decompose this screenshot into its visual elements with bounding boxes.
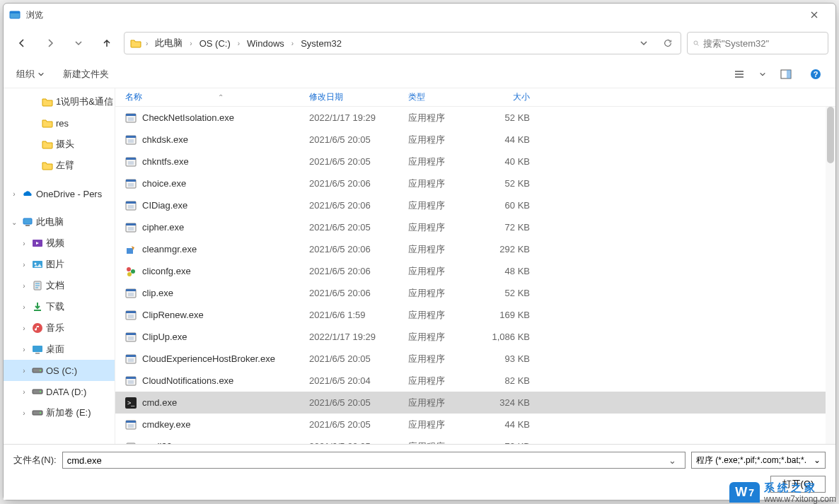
new-folder-button[interactable]: 新建文件夹 [60, 65, 112, 83]
forward-button[interactable] [39, 32, 62, 54]
file-row[interactable]: CIDiag.exe2021/6/5 20:06应用程序60 KB [115, 194, 835, 216]
file-name: ClipUp.exe [142, 332, 187, 342]
nav-item[interactable]: ›下载 [4, 296, 115, 317]
file-row[interactable]: cmdl32.exe2021/6/5 20:05应用程序72 KB [115, 435, 835, 444]
help-button[interactable]: ? [806, 64, 826, 84]
filename-combobox[interactable]: ⌄ [62, 452, 685, 469]
nav-item[interactable]: ›图片 [4, 254, 115, 275]
file-row[interactable]: chkdsk.exe2021/6/5 20:05应用程序44 KB [115, 129, 835, 151]
chevron-down-icon[interactable] [759, 71, 766, 78]
search-input[interactable] [703, 38, 822, 49]
file-row[interactable]: cipher.exe2021/6/5 20:05应用程序72 KB [115, 216, 835, 238]
file-list[interactable]: CheckNetIsolation.exe2022/1/17 19:29应用程序… [115, 107, 835, 444]
expand-icon[interactable]: › [19, 346, 29, 353]
view-options-button[interactable] [729, 64, 749, 84]
file-size: 60 KB [483, 200, 540, 211]
preview-pane-button[interactable] [776, 64, 796, 84]
expand-icon[interactable]: › [19, 388, 29, 396]
file-type-filter[interactable]: 程序 (*.exe;*.pif;*.com;*.bat;*. ⌄ [691, 452, 826, 469]
file-size: 82 KB [483, 375, 540, 386]
file-row[interactable]: cmdkey.exe2021/6/5 20:05应用程序44 KB [115, 414, 835, 435]
svg-rect-63 [128, 424, 134, 428]
list-view-icon [734, 69, 745, 80]
file-row[interactable]: CloudNotifications.exe2021/6/5 20:04应用程序… [115, 370, 835, 392]
file-icon [125, 178, 137, 189]
file-row[interactable]: chkntfs.exe2021/6/5 20:05应用程序40 KB [115, 151, 835, 172]
file-size: 324 KB [483, 397, 540, 408]
navigation-pane[interactable]: 1说明书&通信res摄头左臂›OneDrive - Pers⌄此电脑›视频›图片… [4, 88, 115, 444]
nav-item[interactable]: ›音乐 [4, 317, 115, 339]
file-date: 2021/6/5 20:06 [299, 200, 398, 211]
breadcrumb-item[interactable]: System32 [298, 37, 345, 50]
expand-icon[interactable]: › [9, 190, 19, 198]
file-row[interactable]: clip.exe2021/6/5 20:06应用程序52 KB [115, 282, 835, 304]
svg-rect-40 [127, 248, 133, 254]
breadcrumb-item[interactable]: Windows [244, 37, 287, 50]
column-name[interactable]: 名称⌃ [115, 91, 299, 103]
expand-icon[interactable]: › [19, 367, 29, 375]
address-dropdown[interactable] [634, 33, 654, 53]
column-size[interactable]: 大小 [483, 91, 540, 103]
nav-item[interactable]: ›桌面 [4, 339, 115, 360]
file-name: cmdl32.exe [142, 441, 189, 444]
file-date: 2022/1/17 19:29 [299, 332, 398, 342]
svg-rect-23 [126, 114, 136, 116]
column-type[interactable]: 类型 [398, 91, 483, 103]
file-type: 应用程序 [398, 331, 483, 344]
expand-icon[interactable]: › [19, 240, 29, 247]
file-icon: >_ [125, 397, 137, 409]
file-name: cleanmgr.exe [142, 244, 197, 254]
nav-item[interactable]: res [4, 112, 115, 134]
breadcrumb-item[interactable]: OS (C:) [197, 37, 233, 50]
nav-item[interactable]: 左臂 [4, 155, 115, 176]
nav-item[interactable]: ⌄此电脑 [4, 211, 115, 233]
organize-menu[interactable]: 组织 [13, 65, 47, 83]
file-icon [125, 288, 137, 299]
nav-item[interactable]: ›DATA (D:) [4, 381, 115, 402]
expand-icon[interactable]: › [19, 282, 29, 290]
file-name: CheckNetIsolation.exe [142, 112, 234, 123]
scrollbar-thumb[interactable] [827, 107, 834, 163]
close-button[interactable] [799, 4, 830, 26]
nav-item[interactable]: ›视频 [4, 233, 115, 254]
file-row[interactable]: CloudExperienceHostBroker.exe2021/6/5 20… [115, 348, 835, 370]
disk-icon [32, 407, 43, 418]
breadcrumb-item[interactable]: 此电脑 [152, 35, 185, 51]
refresh-button[interactable] [658, 33, 678, 53]
filename-input[interactable] [67, 455, 664, 466]
nav-item[interactable]: 1说明书&通信 [4, 91, 115, 112]
expand-icon[interactable]: › [19, 303, 29, 311]
nav-item[interactable]: ›文档 [4, 275, 115, 296]
scrollbar[interactable] [826, 107, 835, 444]
nav-item[interactable]: 摄头 [4, 134, 115, 155]
address-bar[interactable]: › 此电脑 › OS (C:) › Windows › System32 [124, 32, 681, 54]
svg-rect-32 [126, 180, 136, 182]
expand-icon[interactable]: › [19, 324, 29, 332]
nav-item[interactable]: ›新加卷 (E:) [4, 402, 115, 423]
file-row[interactable]: CheckNetIsolation.exe2022/1/17 19:29应用程序… [115, 107, 835, 129]
expand-icon[interactable]: › [19, 409, 29, 417]
svg-rect-15 [35, 353, 40, 354]
file-row[interactable]: choice.exe2021/6/5 20:06应用程序52 KB [115, 172, 835, 194]
up-button[interactable] [96, 32, 118, 54]
file-type: 应用程序 [398, 397, 483, 409]
file-row[interactable]: cliconfg.exe2021/6/5 20:06应用程序48 KB [115, 260, 835, 282]
chevron-right-icon: › [190, 40, 192, 47]
file-type: 应用程序 [398, 177, 483, 190]
filename-label: 文件名(N): [13, 454, 57, 467]
watermark-badge: W7 [729, 482, 760, 503]
file-row[interactable]: cleanmgr.exe2021/6/5 20:06应用程序292 KB [115, 238, 835, 260]
nav-item[interactable]: ›OneDrive - Pers [4, 183, 115, 204]
chevron-down-icon[interactable]: ⌄ [664, 455, 681, 466]
column-date[interactable]: 修改日期 [299, 91, 398, 103]
expand-icon[interactable]: ⌄ [9, 218, 19, 226]
recent-button[interactable] [67, 32, 90, 54]
file-row[interactable]: ClipUp.exe2022/1/17 19:29应用程序1,086 KB [115, 326, 835, 348]
breadcrumb-label: System32 [301, 38, 342, 49]
file-row[interactable]: >_cmd.exe2021/6/5 20:05应用程序324 KB [115, 392, 835, 414]
nav-item[interactable]: ›OS (C:) [4, 360, 115, 381]
search-box[interactable] [687, 32, 828, 54]
back-button[interactable] [11, 32, 33, 54]
file-row[interactable]: ClipRenew.exe2021/6/6 1:59应用程序169 KB [115, 304, 835, 326]
expand-icon[interactable]: › [19, 261, 29, 269]
